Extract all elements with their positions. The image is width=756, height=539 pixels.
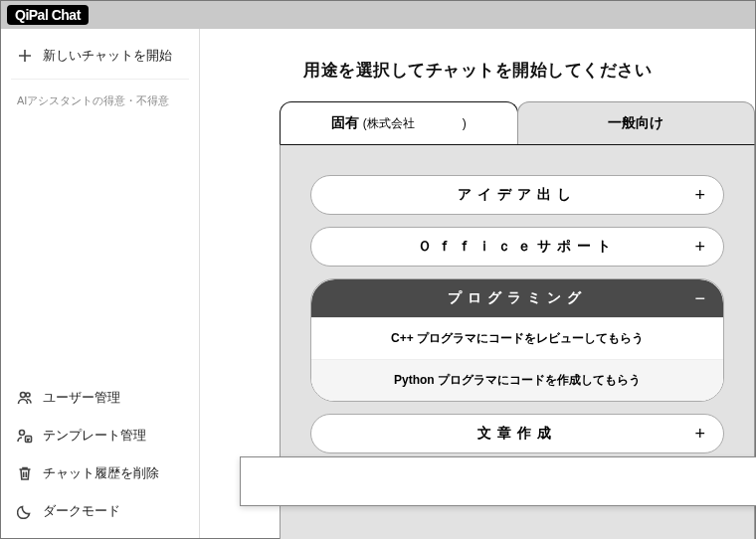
plus-icon bbox=[17, 48, 33, 64]
category-programming-items: C++ プログラマにコードをレビューしてもらう Python プログラマにコード… bbox=[311, 317, 723, 401]
trash-icon bbox=[17, 465, 33, 481]
user-management-link[interactable]: ユーザー管理 bbox=[1, 379, 199, 417]
svg-point-0 bbox=[21, 393, 26, 398]
template-management-label: テンプレート管理 bbox=[43, 427, 146, 445]
category-label: 文章作成 bbox=[477, 425, 557, 443]
template-item-cpp-review[interactable]: C++ プログラマにコードをレビューしてもらう bbox=[311, 317, 723, 359]
category-idea-header[interactable]: アイデア出し + bbox=[311, 176, 723, 214]
new-chat-label: 新しいチャットを開始 bbox=[43, 47, 172, 65]
category-writing-header[interactable]: 文章作成 + bbox=[311, 415, 723, 452]
divider bbox=[11, 79, 189, 80]
category-office: Ｏｆｆｉｃｅサポート + bbox=[310, 227, 724, 267]
app-body: 新しいチャットを開始 AIアシスタントの得意・不得意 ユーザー管理 テンプレート… bbox=[1, 29, 755, 538]
main-area: 用途を選択してチャットを開始してください 固有 (株式会社 ) 一般向け アイデ… bbox=[200, 29, 755, 538]
assistant-note-link[interactable]: AIアシスタントの得意・不得意 bbox=[1, 84, 199, 118]
category-programming-header[interactable]: プログラミング − bbox=[311, 279, 723, 317]
tab-public-label: 一般向け bbox=[608, 114, 663, 130]
tab-public[interactable]: 一般向け bbox=[517, 101, 756, 144]
category-office-header[interactable]: Ｏｆｆｉｃｅサポート + bbox=[311, 228, 723, 266]
tabs: 固有 (株式会社 ) 一般向け bbox=[200, 101, 755, 144]
sidebar: 新しいチャットを開始 AIアシスタントの得意・不得意 ユーザー管理 テンプレート… bbox=[1, 29, 200, 538]
category-writing: 文章作成 + bbox=[310, 414, 724, 453]
tab-own[interactable]: 固有 (株式会社 ) bbox=[280, 101, 518, 144]
category-label: プログラミング bbox=[448, 289, 587, 307]
chat-input-bar[interactable] bbox=[240, 456, 756, 506]
template-icon bbox=[17, 428, 33, 444]
category-label: アイデア出し bbox=[458, 186, 577, 204]
svg-point-1 bbox=[26, 393, 30, 397]
tab-own-prefix: 固有 bbox=[331, 114, 359, 130]
delete-history-label: チャット履歴を削除 bbox=[43, 464, 159, 482]
app-logo: QiPal Chat bbox=[7, 5, 89, 25]
moon-icon bbox=[17, 503, 33, 519]
page-title: 用途を選択してチャットを開始してください bbox=[200, 29, 755, 101]
dark-mode-toggle[interactable]: ダークモード bbox=[1, 492, 199, 530]
delete-history-link[interactable]: チャット履歴を削除 bbox=[1, 454, 199, 492]
users-icon bbox=[17, 390, 33, 406]
spacer bbox=[1, 118, 199, 379]
dark-mode-label: ダークモード bbox=[43, 502, 120, 520]
category-programming: プログラミング − C++ プログラマにコードをレビューしてもらう Python… bbox=[310, 278, 724, 402]
expand-icon: + bbox=[694, 237, 705, 258]
template-item-python-create[interactable]: Python プログラマにコードを作成してもらう bbox=[311, 359, 723, 401]
collapse-icon: − bbox=[694, 288, 705, 309]
user-management-label: ユーザー管理 bbox=[43, 389, 120, 407]
tab-own-suffix: (株式会社 ) bbox=[363, 116, 467, 130]
expand-icon: + bbox=[694, 185, 705, 206]
expand-icon: + bbox=[694, 424, 705, 445]
template-management-link[interactable]: テンプレート管理 bbox=[1, 417, 199, 454]
svg-point-2 bbox=[20, 431, 25, 436]
app-window: QiPal Chat 新しいチャットを開始 AIアシスタントの得意・不得意 ユー… bbox=[0, 0, 756, 539]
new-chat-button[interactable]: 新しいチャットを開始 bbox=[1, 37, 199, 75]
category-idea: アイデア出し + bbox=[310, 175, 724, 215]
top-bar: QiPal Chat bbox=[1, 1, 755, 29]
category-label: Ｏｆｆｉｃｅサポート bbox=[418, 238, 617, 256]
